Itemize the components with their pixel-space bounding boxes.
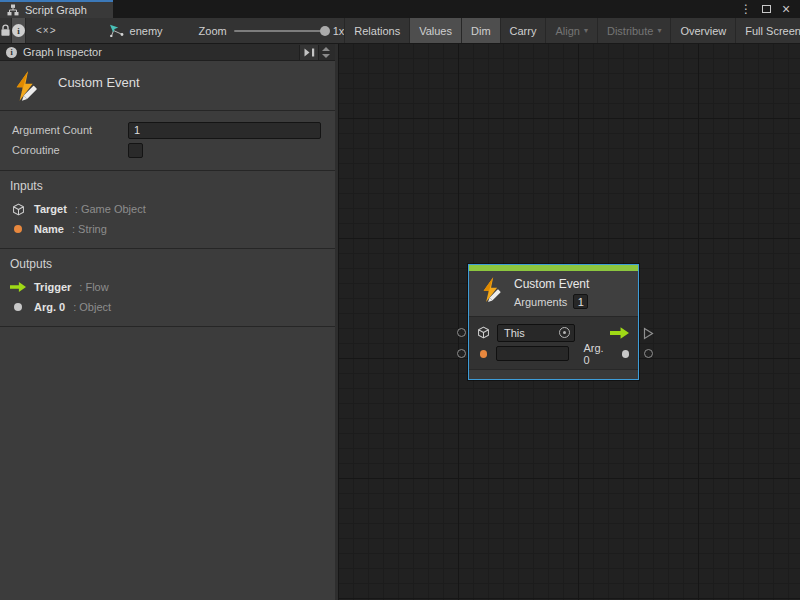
graph-inspector-panel: i Graph Inspector: [0, 44, 338, 600]
panel-empty-area: [0, 327, 335, 600]
argument-count-row: Argument Count: [12, 120, 321, 140]
custom-event-node-group: Custom Event Arguments 1: [456, 264, 656, 382]
arguments-label: Arguments: [514, 296, 567, 308]
node-row-target: This: [477, 322, 631, 343]
port-type: : String: [72, 223, 107, 235]
code-view-button[interactable]: <×>: [26, 18, 67, 43]
coroutine-checkbox[interactable]: [128, 143, 143, 158]
breadcrumb-label: enemy: [130, 25, 163, 37]
object-picker-icon[interactable]: [559, 327, 570, 338]
dim-button[interactable]: Dim: [461, 18, 500, 43]
info-icon: i: [6, 47, 17, 58]
values-button[interactable]: Values: [409, 18, 461, 43]
event-properties: Argument Count Coroutine: [0, 111, 335, 171]
output-row-trigger: Trigger : Flow: [0, 277, 335, 297]
output-row-arg0: Arg. 0 : Object: [0, 297, 335, 317]
inputs-heading: Inputs: [0, 179, 335, 193]
outputs-section: Outputs Trigger : Flow Arg. 0 : Object: [0, 249, 335, 327]
flow-arrow-icon: [10, 282, 26, 292]
lock-icon: [0, 24, 11, 37]
chevron-down-icon: ▾: [657, 26, 661, 35]
cube-icon: [477, 326, 490, 339]
arg0-label: Arg. 0: [583, 342, 610, 366]
info-icon: i: [12, 24, 25, 37]
dock-icon: [304, 48, 315, 57]
node-footer: [469, 369, 638, 379]
graph-canvas[interactable]: Custom Event Arguments 1: [338, 44, 800, 600]
distribute-dropdown: Distribute ▾: [597, 18, 670, 43]
zoom-slider[interactable]: [234, 30, 326, 32]
panel-title: Graph Inspector: [23, 46, 299, 58]
inputs-section: Inputs Target : Game Object Name : Strin…: [0, 171, 335, 249]
tab-script-graph[interactable]: Script Graph: [0, 0, 113, 18]
toolbar: i <×> enemy Zoom 1x: [0, 18, 800, 44]
dock-panel-button[interactable]: [299, 45, 319, 60]
graph-pointer-icon: [109, 24, 124, 37]
inspector-toggle-button[interactable]: i: [11, 18, 26, 43]
gray-dot-icon: [10, 303, 26, 311]
inspected-unit-header: Custom Event: [0, 61, 335, 111]
scroll-spinner[interactable]: [319, 47, 333, 58]
close-icon[interactable]: ×: [778, 1, 794, 17]
orange-dot-icon: [480, 350, 487, 358]
zoom-value: 1x: [333, 25, 345, 37]
port-type: : Game Object: [75, 203, 146, 215]
code-icon: <×>: [26, 25, 67, 36]
overview-button[interactable]: Overview: [670, 18, 735, 43]
input-port-target[interactable]: [457, 328, 466, 337]
graph-inspector-header: i Graph Inspector: [0, 44, 335, 61]
custom-event-icon: [478, 276, 505, 309]
node-header[interactable]: Custom Event Arguments 1: [469, 271, 638, 317]
custom-event-node[interactable]: Custom Event Arguments 1: [468, 264, 639, 380]
chevron-down-icon: ▾: [584, 26, 588, 35]
output-port-arg0[interactable]: [644, 349, 653, 358]
unity-script-graph-window: Script Graph ⋮ × i <×>: [0, 0, 800, 600]
port-type: : Object: [73, 301, 111, 313]
arguments-count-field[interactable]: 1: [573, 294, 588, 309]
name-input-field[interactable]: [496, 346, 569, 361]
chevron-down-icon: [322, 54, 330, 58]
input-row-target: Target : Game Object: [0, 199, 335, 219]
full-screen-button[interactable]: Full Screen: [735, 18, 800, 43]
orange-dot-icon: [10, 225, 26, 233]
argument-count-label: Argument Count: [12, 124, 128, 136]
window-controls: ⋮ ×: [738, 0, 800, 18]
button-label: Distribute: [607, 25, 653, 37]
port-name: Trigger: [34, 281, 71, 293]
custom-event-icon: [10, 70, 42, 102]
flow-arrow-icon: [610, 327, 629, 339]
zoom-slider-handle[interactable]: [320, 26, 330, 36]
port-name: Name: [34, 223, 64, 235]
argument-count-input[interactable]: [128, 122, 321, 139]
output-port-trigger[interactable]: [643, 326, 654, 344]
button-label: Values: [419, 25, 452, 37]
chevron-up-icon: [322, 47, 330, 51]
target-value: This: [504, 327, 559, 339]
lock-button[interactable]: [0, 18, 11, 43]
input-port-name[interactable]: [457, 349, 466, 358]
relations-button[interactable]: Relations: [344, 18, 409, 43]
zoom-control: Zoom 1x: [199, 18, 345, 43]
port-name: Arg. 0: [34, 301, 65, 313]
outputs-heading: Outputs: [0, 257, 335, 271]
titlebar: Script Graph ⋮ ×: [0, 0, 800, 18]
inspected-unit-title: Custom Event: [58, 75, 140, 102]
node-title: Custom Event: [514, 277, 589, 291]
coroutine-label: Coroutine: [12, 144, 128, 156]
cube-icon: [10, 203, 26, 216]
port-name: Target: [34, 203, 67, 215]
target-object-field[interactable]: This: [497, 324, 575, 342]
button-label: Overview: [680, 25, 726, 37]
window-menu-icon[interactable]: ⋮: [738, 1, 754, 17]
node-row-arg0: Arg. 0: [477, 343, 631, 364]
align-dropdown: Align ▾: [545, 18, 596, 43]
graph-breadcrumb[interactable]: enemy: [109, 18, 163, 43]
button-label: Full Screen: [745, 25, 800, 37]
toolbar-buttons: Relations Values Dim Carry Align ▾ Distr…: [344, 18, 800, 43]
graph-hierarchy-icon: [7, 4, 19, 16]
zoom-label: Zoom: [199, 25, 227, 37]
tab-title: Script Graph: [25, 4, 87, 16]
carry-button[interactable]: Carry: [500, 18, 546, 43]
input-row-name: Name : String: [0, 219, 335, 239]
maximize-icon[interactable]: [758, 1, 774, 17]
